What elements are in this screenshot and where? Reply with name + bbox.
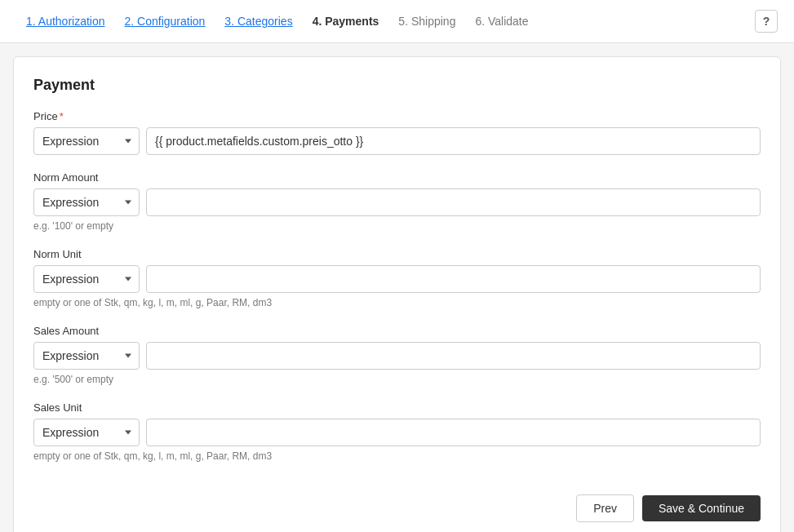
nav-step-validate: 6. Validate: [465, 10, 538, 33]
sales-amount-select[interactable]: Expression Fixed Value Empty: [33, 342, 140, 370]
prev-button[interactable]: Prev: [576, 494, 634, 522]
norm-amount-field-row: Expression Fixed Value Empty: [33, 188, 761, 216]
nav-steps: 1. Authorization 2. Configuration 3. Cat…: [16, 10, 539, 33]
footer-buttons: Prev Save & Continue: [33, 478, 761, 522]
sales-amount-select-wrapper: Expression Fixed Value Empty: [33, 342, 140, 370]
sales-amount-field-row: Expression Fixed Value Empty: [33, 342, 761, 370]
norm-unit-select[interactable]: Expression Fixed Value Empty: [33, 265, 140, 293]
sales-unit-select-wrapper: Expression Fixed Value Empty: [33, 419, 140, 446]
price-label: Price*: [33, 110, 761, 122]
norm-amount-select-wrapper: Expression Fixed Value Empty: [33, 188, 140, 216]
norm-unit-group: Norm Unit Expression Fixed Value Empty e…: [33, 248, 761, 308]
sales-unit-input[interactable]: [146, 419, 761, 446]
norm-amount-label: Norm Amount: [33, 171, 761, 184]
save-continue-button[interactable]: Save & Continue: [642, 495, 761, 521]
sales-amount-input[interactable]: [146, 342, 761, 370]
sales-amount-hint: e.g. '500' or empty: [33, 374, 761, 385]
price-group: Price* Expression Fixed Value Empty: [33, 110, 761, 155]
sales-unit-group: Sales Unit Expression Fixed Value Empty …: [33, 401, 761, 462]
main-content: Payment Price* Expression Fixed Value Em…: [0, 43, 794, 532]
price-select[interactable]: Expression Fixed Value Empty: [33, 127, 140, 155]
nav-step-shipping: 5. Shipping: [388, 10, 465, 33]
card-title: Payment: [33, 77, 761, 94]
nav-step-authorization[interactable]: 1. Authorization: [16, 10, 115, 33]
norm-amount-select[interactable]: Expression Fixed Value Empty: [33, 188, 140, 216]
norm-amount-input[interactable]: [146, 188, 761, 216]
sales-unit-field-row: Expression Fixed Value Empty: [33, 419, 761, 446]
norm-amount-group: Norm Amount Expression Fixed Value Empty…: [33, 171, 761, 232]
sales-amount-group: Sales Amount Expression Fixed Value Empt…: [33, 325, 761, 385]
price-field-row: Expression Fixed Value Empty: [33, 127, 761, 155]
help-button[interactable]: ?: [755, 10, 778, 33]
sales-unit-label: Sales Unit: [33, 401, 761, 414]
norm-unit-label: Norm Unit: [33, 248, 761, 260]
price-select-wrapper: Expression Fixed Value Empty: [33, 127, 140, 155]
nav-step-configuration[interactable]: 2. Configuration: [115, 10, 215, 33]
norm-unit-hint: empty or one of Stk, qm, kg, l, m, ml, g…: [33, 297, 761, 308]
nav-step-categories[interactable]: 3. Categories: [215, 10, 302, 33]
norm-amount-hint: e.g. '100' or empty: [33, 220, 761, 232]
nav-step-payments: 4. Payments: [303, 10, 389, 33]
price-required: *: [60, 110, 64, 122]
top-nav: 1. Authorization 2. Configuration 3. Cat…: [0, 0, 794, 43]
sales-amount-label: Sales Amount: [33, 325, 761, 337]
sales-unit-hint: empty or one of Stk, qm, kg, l, m, ml, g…: [33, 450, 761, 462]
norm-unit-input[interactable]: [146, 265, 761, 293]
payment-card: Payment Price* Expression Fixed Value Em…: [13, 56, 781, 532]
sales-unit-select[interactable]: Expression Fixed Value Empty: [33, 419, 140, 446]
norm-unit-field-row: Expression Fixed Value Empty: [33, 265, 761, 293]
norm-unit-select-wrapper: Expression Fixed Value Empty: [33, 265, 140, 293]
price-input[interactable]: [146, 127, 761, 155]
